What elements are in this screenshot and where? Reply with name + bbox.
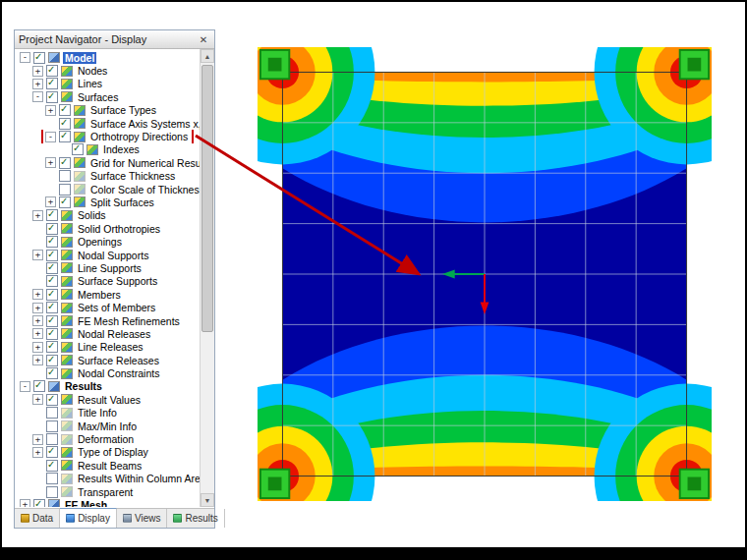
item-checkbox[interactable] [46, 275, 58, 287]
tree-row[interactable]: + Members [15, 288, 200, 301]
item-checkbox[interactable] [59, 104, 71, 116]
navigator-tab[interactable]: Results [167, 509, 224, 528]
tree-row[interactable]: Result Beams [15, 459, 200, 472]
scroll-up-icon[interactable]: ▲ [201, 49, 214, 63]
tree-row[interactable]: - Model [15, 51, 200, 64]
tree-row[interactable]: Line Supports [15, 261, 200, 274]
item-checkbox[interactable] [33, 52, 45, 64]
expand-toggle-icon[interactable]: + [32, 342, 43, 353]
tree-row[interactable]: + Split Surfaces [15, 196, 200, 208]
item-checkbox[interactable] [46, 394, 58, 406]
tree-row[interactable]: + Grid for Numerical Results [15, 156, 200, 169]
item-checkbox[interactable] [46, 315, 58, 327]
expand-toggle-icon[interactable]: + [32, 210, 43, 221]
item-checkbox[interactable] [46, 407, 58, 419]
item-checkbox[interactable] [46, 289, 58, 301]
close-icon[interactable]: ✕ [197, 34, 210, 45]
item-checkbox[interactable] [59, 118, 71, 130]
navigator-tab[interactable]: Views [117, 509, 168, 528]
tree-row[interactable]: + Result Values [15, 393, 200, 406]
tree-row[interactable]: Title Info [15, 407, 200, 420]
model-viewport[interactable] [258, 47, 712, 501]
item-checkbox[interactable] [59, 131, 71, 142]
tree-row[interactable]: + Line Releases [15, 341, 200, 354]
item-checkbox[interactable] [46, 302, 58, 313]
item-checkbox[interactable] [59, 184, 71, 196]
tree-row[interactable]: Indexes [15, 143, 200, 156]
panel-titlebar[interactable]: Project Navigator - Display ✕ [15, 30, 214, 49]
tree-row[interactable]: + Nodes [15, 64, 200, 77]
item-checkbox[interactable] [46, 355, 58, 366]
tree-row[interactable]: Color Scale of Thicknesses in [15, 183, 200, 196]
tree-row[interactable]: + Nodal Supports [15, 249, 200, 261]
expand-toggle-icon[interactable]: + [45, 157, 56, 168]
expand-toggle-icon[interactable]: + [32, 66, 43, 77]
tree-row[interactable]: - Orthotropy Directions [15, 130, 200, 142]
tree-row[interactable]: + Solids [15, 209, 200, 222]
expand-toggle-icon[interactable]: + [32, 447, 43, 458]
item-checkbox[interactable] [72, 143, 84, 155]
item-checkbox[interactable] [59, 170, 71, 182]
expand-toggle-icon[interactable]: + [20, 499, 30, 507]
tree-row[interactable]: Nodal Constraints [15, 366, 200, 379]
item-checkbox[interactable] [46, 367, 58, 379]
item-checkbox[interactable] [33, 499, 45, 507]
tree-row[interactable]: + Type of Display [15, 446, 200, 459]
expand-toggle-icon[interactable]: + [32, 289, 43, 300]
tree-row[interactable]: Surface Axis Systems x,y,z [15, 117, 200, 130]
tree-row[interactable]: + Deformation [15, 432, 200, 445]
expand-toggle-icon[interactable]: + [32, 303, 43, 313]
item-checkbox[interactable] [46, 460, 58, 472]
tree-row[interactable]: Surface Supports [15, 275, 200, 288]
item-checkbox[interactable] [46, 473, 58, 484]
tree-row[interactable]: + Lines [15, 78, 200, 90]
item-checkbox[interactable] [46, 223, 58, 235]
item-checkbox[interactable] [46, 433, 58, 445]
tree-row[interactable]: + Sets of Members [15, 301, 200, 313]
item-checkbox[interactable] [46, 250, 58, 261]
tree-row[interactable]: + FE Mesh [15, 498, 200, 507]
expand-toggle-icon[interactable]: + [45, 196, 56, 207]
expand-toggle-icon[interactable]: - [45, 132, 56, 142]
scrollbar-thumb[interactable] [201, 65, 213, 332]
tree-row[interactable]: Transparent [15, 485, 200, 498]
tree-row[interactable]: + Surface Releases [15, 354, 200, 366]
item-checkbox[interactable] [46, 65, 58, 77]
expand-toggle-icon[interactable]: - [20, 52, 30, 63]
tree-row[interactable]: Surface Thickness [15, 170, 200, 183]
tree-row[interactable]: Results Within Column Area [15, 473, 200, 485]
expand-toggle-icon[interactable]: + [32, 394, 43, 405]
tree-row[interactable]: - Surfaces [15, 90, 200, 103]
item-checkbox[interactable] [46, 209, 58, 221]
tree-row[interactable]: + Surface Types [15, 104, 200, 117]
tree-row[interactable]: Max/Min Info [15, 420, 200, 432]
navigator-tab[interactable]: Display [60, 508, 117, 528]
item-checkbox[interactable] [59, 196, 71, 208]
item-checkbox[interactable] [46, 446, 58, 458]
tree-row[interactable]: + Nodal Releases [15, 327, 200, 340]
expand-toggle-icon[interactable]: - [20, 381, 30, 392]
item-checkbox[interactable] [46, 262, 58, 274]
expand-toggle-icon[interactable]: + [32, 434, 43, 445]
item-checkbox[interactable] [46, 328, 58, 340]
scroll-down-icon[interactable]: ▼ [201, 493, 214, 507]
expand-toggle-icon[interactable]: + [32, 328, 43, 339]
expand-toggle-icon[interactable]: + [32, 250, 43, 260]
expand-toggle-icon[interactable]: + [32, 79, 43, 89]
expand-toggle-icon[interactable]: - [32, 91, 43, 102]
expand-toggle-icon[interactable]: + [32, 355, 43, 365]
navigator-tab[interactable]: Data [15, 509, 60, 528]
tree-row[interactable]: - Results [15, 380, 200, 393]
expand-toggle-icon[interactable]: + [45, 105, 56, 116]
item-checkbox[interactable] [33, 380, 45, 392]
item-checkbox[interactable] [46, 91, 58, 103]
item-checkbox[interactable] [46, 236, 58, 248]
item-checkbox[interactable] [46, 341, 58, 353]
tree-row[interactable]: Openings [15, 235, 200, 248]
tree-row[interactable]: Solid Orthotropies [15, 222, 200, 235]
item-checkbox[interactable] [46, 486, 58, 498]
tree-row[interactable]: + FE Mesh Refinements [15, 314, 200, 327]
item-checkbox[interactable] [46, 420, 58, 432]
item-checkbox[interactable] [46, 78, 58, 89]
tree-scrollbar[interactable]: ▲ ▼ [200, 49, 214, 507]
